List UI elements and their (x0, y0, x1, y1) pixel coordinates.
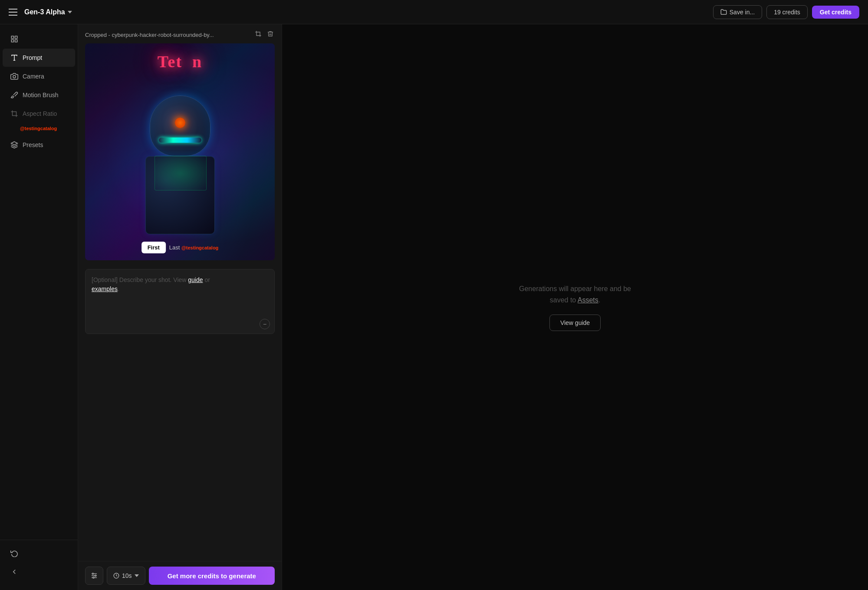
sidebar-motion-brush-label: Motion Brush (23, 92, 58, 98)
layers-icon (10, 141, 18, 149)
svg-marker-7 (11, 142, 18, 145)
svg-point-11 (92, 573, 94, 574)
robot-scene: Tet n (85, 43, 275, 260)
robot-body (137, 95, 224, 234)
empty-state-text: Generations will appear here and be save… (519, 283, 631, 305)
menu-icon[interactable] (9, 9, 17, 16)
empty-line1: Generations will appear here and be (519, 285, 631, 292)
sidebar-item-prompt[interactable]: Prompt (3, 49, 75, 67)
layout-icon (10, 35, 18, 43)
header-right: Save in... 19 credits Get credits (713, 5, 859, 19)
header-left: Gen-3 Alpha (9, 8, 72, 16)
right-panel: Generations will appear here and be save… (282, 24, 868, 590)
prompt-period: . (118, 285, 119, 292)
sidebar-prompt-label: Prompt (23, 54, 42, 61)
sidebar: Prompt Camera Motion Bru (0, 24, 78, 590)
credits-label: 19 credits (774, 9, 800, 16)
get-credits-button[interactable]: Get credits (812, 6, 859, 19)
settings-button[interactable] (85, 567, 103, 585)
image-header: Cropped - cyberpunk-hacker-robot-surroun… (85, 30, 275, 40)
image-container: Tet n (85, 43, 275, 260)
image-actions (254, 30, 275, 40)
neon-sign: Tet n (158, 52, 203, 71)
svg-rect-1 (15, 36, 17, 38)
sidebar-camera-label: Camera (23, 73, 44, 80)
duration-chevron-icon (135, 574, 139, 577)
collapse-icon (10, 568, 18, 576)
app-title-text: Gen-3 Alpha (24, 8, 65, 16)
sidebar-item-camera[interactable]: Camera (3, 67, 75, 85)
last-frame-button[interactable]: Last @testingcatalog (169, 244, 219, 251)
sidebar-item-collapse[interactable] (3, 563, 75, 581)
image-section: Cropped - cyberpunk-hacker-robot-surroun… (78, 24, 282, 266)
aspect-ratio-watermark: @testingcatalog (20, 126, 57, 131)
delete-action-button[interactable] (266, 30, 275, 40)
clock-icon (113, 573, 119, 579)
sidebar-item-undo[interactable] (3, 544, 75, 562)
camera-icon (10, 72, 18, 80)
svg-point-12 (95, 575, 96, 577)
app-title[interactable]: Gen-3 Alpha (24, 8, 72, 16)
sidebar-item-aspect-ratio[interactable]: Aspect Ratio (3, 105, 75, 123)
image-title: Cropped - cyberpunk-hacker-robot-surroun… (85, 32, 214, 38)
robot-torso (145, 156, 215, 234)
robot-eye (175, 118, 185, 128)
last-label: Last (169, 244, 180, 251)
credits-button[interactable]: 19 credits (766, 5, 808, 19)
crop-icon (10, 110, 18, 118)
sidebar-top: Prompt Camera Motion Bru (0, 30, 78, 540)
brush-icon (10, 91, 18, 99)
robot-head (150, 95, 210, 156)
first-last-buttons: First Last @testingcatalog (141, 242, 219, 253)
prompt-section: [Optional] Describe your shot. View guid… (78, 266, 282, 561)
prompt-or-text: or (204, 276, 210, 283)
first-last-watermark: @testingcatalog (181, 245, 218, 250)
examples-link[interactable]: examples (92, 285, 118, 292)
empty-end: . (598, 296, 600, 304)
svg-rect-3 (11, 40, 13, 42)
bottom-bar: 10s Get more credits to generate (78, 561, 282, 590)
sidebar-presets-label: Presets (23, 141, 43, 148)
sidebar-item-layout[interactable] (3, 30, 75, 48)
get-credits-label: Get credits (820, 9, 852, 16)
left-panel: Cropped - cyberpunk-hacker-robot-surroun… (78, 24, 282, 590)
prompt-minus-button[interactable]: − (260, 319, 270, 329)
svg-rect-2 (15, 40, 17, 42)
crop-action-button[interactable] (254, 30, 263, 40)
sidebar-bottom (0, 540, 78, 585)
sliders-icon (90, 572, 98, 580)
sidebar-item-presets[interactable]: Presets (3, 136, 75, 154)
sidebar-aspect-ratio-label: Aspect Ratio (23, 110, 57, 117)
empty-line2: saved to (550, 296, 578, 304)
undo-icon (10, 549, 18, 557)
prompt-box[interactable]: [Optional] Describe your shot. View guid… (85, 269, 275, 334)
duration-label: 10s (122, 572, 132, 579)
header: Gen-3 Alpha Save in... 19 credits Get cr… (0, 0, 868, 24)
duration-button[interactable]: 10s (107, 567, 145, 585)
generate-button[interactable]: Get more credits to generate (149, 567, 275, 585)
image-preview: Tet n (85, 43, 275, 260)
prompt-placeholder: [Optional] Describe your shot. View guid… (92, 275, 268, 294)
svg-rect-0 (11, 36, 13, 38)
text-icon (10, 54, 18, 62)
screen-glow (155, 156, 207, 190)
prompt-placeholder-text: [Optional] Describe your shot. View (92, 276, 186, 283)
main-layout: Prompt Camera Motion Bru (0, 24, 868, 590)
content-area: Cropped - cyberpunk-hacker-robot-surroun… (78, 24, 868, 590)
assets-link[interactable]: Assets (578, 296, 598, 304)
first-frame-button[interactable]: First (141, 242, 166, 253)
guide-link[interactable]: guide (188, 276, 203, 283)
svg-point-13 (93, 577, 94, 578)
chevron-down-icon (68, 11, 72, 13)
save-button[interactable]: Save in... (713, 5, 762, 19)
save-label: Save in... (730, 9, 755, 16)
robot-visor (159, 138, 201, 143)
aspect-ratio-watermark-container: @testingcatalog (0, 123, 78, 135)
svg-point-6 (13, 75, 16, 78)
view-guide-button[interactable]: View guide (549, 315, 601, 331)
sidebar-item-motion-brush[interactable]: Motion Brush (3, 86, 75, 104)
generate-label: Get more credits to generate (168, 572, 256, 580)
folder-icon (720, 9, 727, 15)
